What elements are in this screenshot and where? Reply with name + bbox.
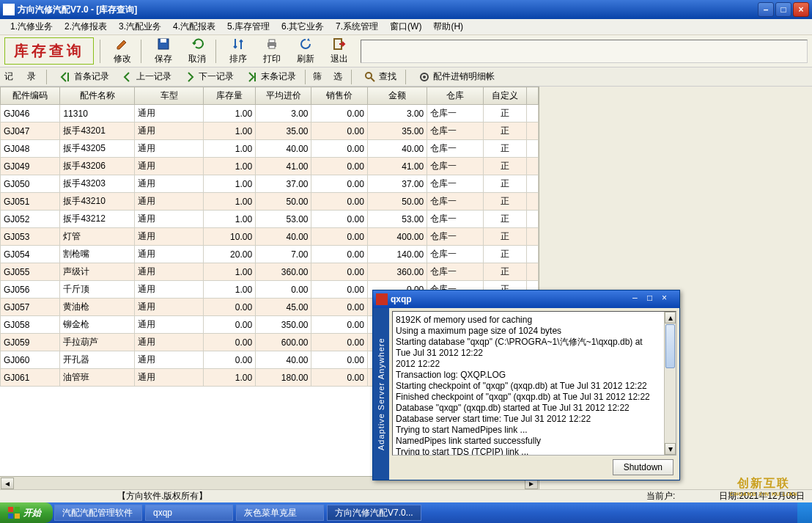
filter-label: 筛 选 [313, 70, 346, 83]
modify-button[interactable]: 修改 [106, 37, 139, 66]
prev-icon [121, 70, 134, 84]
dialog-maximize-button[interactable]: □ [647, 293, 662, 306]
col-code[interactable]: 配件编码 [1, 87, 60, 105]
dialog-icon [376, 293, 388, 305]
detail-button[interactable]: 配件进销明细帐 [413, 69, 499, 85]
app-icon [3, 4, 15, 15]
start-button[interactable]: 开始 [0, 502, 53, 523]
task-qxqp[interactable]: qxqp [145, 505, 233, 521]
col-wh[interactable]: 仓库 [427, 87, 483, 105]
menu-repair-biz[interactable]: 1.汽修业务 [6, 19, 57, 34]
col-sale[interactable]: 销售价 [311, 87, 367, 105]
table-row[interactable]: GJ049扳手43206通用1.0041.000.0041.00仓库一正 [1, 158, 539, 175]
exit-button[interactable]: 退出 [322, 37, 356, 66]
maximize-button[interactable]: □ [775, 2, 791, 17]
dialog-title: qxqp [391, 294, 632, 304]
col-cust[interactable]: 自定义 [483, 87, 526, 105]
main-titlebar: 方向汽修汽配V7.0 - [库存查询] – □ × [0, 0, 812, 19]
nav-toolbar: 记 录 首条记录 上一记录 下一记录 末条记录 筛 选 查找 配件进销明细帐 [0, 67, 812, 87]
svg-rect-12 [15, 513, 20, 519]
dialog-sidebar-label: Adaptive Server Anywhere [373, 308, 389, 480]
col-scroll [526, 87, 538, 105]
refresh-button[interactable]: 刷新 [289, 37, 322, 66]
last-record-button[interactable]: 末条记录 [241, 69, 300, 85]
printer-icon [265, 37, 279, 51]
print-button[interactable]: 打印 [255, 37, 289, 66]
minimize-button[interactable]: – [758, 2, 774, 17]
search-icon [363, 70, 377, 84]
scroll-down-button[interactable]: ▾ [665, 443, 676, 455]
col-name[interactable]: 配件名称 [60, 87, 135, 105]
scroll-thumb[interactable] [665, 324, 675, 368]
menubar: 1.汽修业务 2.汽修报表 3.汽配业务 4.汽配报表 5.库存管理 6.其它业… [0, 19, 812, 35]
table-header-row: 配件编码 配件名称 车型 库存量 平均进价 销售价 金额 仓库 自定义 [1, 87, 539, 105]
menu-parts-report[interactable]: 4.汽配报表 [169, 19, 220, 34]
server-log[interactable]: 8192K of memory used for cachingUsing a … [392, 311, 676, 456]
svg-rect-10 [15, 507, 20, 512]
scroll-left-button[interactable]: ◂ [1, 478, 14, 489]
sort-button[interactable]: 排序 [221, 37, 255, 66]
next-record-button[interactable]: 下一记录 [179, 69, 238, 85]
svg-point-8 [423, 76, 426, 78]
svg-rect-1 [160, 39, 166, 43]
prev-record-button[interactable]: 上一记录 [117, 69, 176, 85]
shutdown-button[interactable]: Shutdown [613, 459, 673, 475]
menu-inventory[interactable]: 5.库存管理 [223, 19, 274, 34]
sort-icon [231, 37, 246, 51]
task-main-app[interactable]: 方向汽修汽配V7.0... [327, 505, 421, 521]
menu-system[interactable]: 7.系统管理 [331, 19, 383, 34]
task-app1[interactable]: 汽配汽配管理软件 [54, 505, 142, 521]
scroll-up-button[interactable]: ▴ [665, 312, 676, 323]
window-title: 方向汽修汽配V7.0 - [库存查询] [18, 4, 758, 16]
first-record-button[interactable]: 首条记录 [54, 69, 114, 85]
col-amt[interactable]: 金额 [367, 87, 427, 105]
refresh-icon [298, 37, 313, 51]
exit-icon [332, 37, 347, 51]
save-button[interactable]: 保存 [147, 37, 180, 66]
svg-point-6 [366, 73, 372, 78]
taskbar: 开始 汽配汽配管理软件 qxqp 灰色菜单克星 方向汽修汽配V7.0... [0, 502, 812, 523]
last-icon [246, 70, 259, 84]
system-tray[interactable] [797, 502, 812, 523]
svg-rect-3 [269, 40, 275, 43]
svg-rect-9 [8, 507, 13, 512]
dialog-close-button[interactable]: × [662, 293, 676, 306]
table-row[interactable]: GJ04611310通用1.003.000.003.00仓库一正 [1, 105, 539, 122]
pencil-icon [115, 37, 130, 51]
status-date: 日期:2021年12月08日 [719, 490, 805, 502]
table-row[interactable]: GJ050扳手43203通用1.0037.000.0037.00仓库一正 [1, 175, 539, 193]
menu-window[interactable]: 窗口(W) [385, 19, 426, 34]
qxqp-dialog[interactable]: qxqp – □ × Adaptive Server Anywhere 8192… [372, 290, 680, 480]
table-row[interactable]: GJ052扳手43212通用1.0053.000.0053.00仓库一正 [1, 211, 539, 228]
table-row[interactable]: GJ048扳手43205通用1.0040.000.0040.00仓库一正 [1, 140, 539, 158]
main-toolbar: 库存查询 修改 保存 取消 排序 打印 刷新 退出 [0, 35, 812, 67]
table-row[interactable]: GJ047扳手43201通用1.0035.000.0035.00仓库一正 [1, 122, 539, 140]
undo-icon [190, 37, 204, 51]
table-row[interactable]: GJ053灯管通用10.0040.000.00400.00仓库一正 [1, 228, 539, 246]
table-row[interactable]: GJ054割枪嘴通用20.007.000.00140.00仓库一正 [1, 246, 539, 263]
menu-parts-biz[interactable]: 3.汽配业务 [114, 19, 166, 34]
close-button[interactable]: × [793, 2, 809, 17]
disk-icon [156, 37, 171, 51]
next-icon [183, 70, 196, 84]
col-model[interactable]: 车型 [135, 87, 204, 105]
table-row[interactable]: GJ055声级计通用1.00360.000.00360.00仓库一正 [1, 263, 539, 281]
menu-other[interactable]: 6.其它业务 [277, 19, 328, 34]
windows-logo-icon [7, 506, 21, 519]
log-scrollbar[interactable]: ▴ ▾ [664, 312, 676, 455]
menu-help[interactable]: 帮助(H) [429, 19, 468, 34]
dialog-titlebar[interactable]: qxqp – □ × [373, 290, 679, 308]
record-label: 记 录 [4, 70, 42, 83]
task-app3[interactable]: 灰色菜单克星 [236, 505, 324, 521]
col-avg[interactable]: 平均进价 [256, 87, 311, 105]
table-row[interactable]: GJ051扳手43210通用1.0050.000.0050.00仓库一正 [1, 193, 539, 211]
search-button[interactable]: 查找 [359, 69, 401, 85]
col-qty[interactable]: 库存量 [203, 87, 255, 105]
dialog-minimize-button[interactable]: – [632, 293, 647, 306]
menu-repair-report[interactable]: 2.汽修报表 [60, 19, 111, 34]
cancel-button[interactable]: 取消 [180, 37, 214, 66]
copyright-text: 【方向软件.版权所有】 [117, 490, 207, 502]
gear-icon [418, 70, 431, 84]
page-heading: 库存查询 [4, 37, 94, 65]
svg-rect-11 [8, 513, 13, 519]
